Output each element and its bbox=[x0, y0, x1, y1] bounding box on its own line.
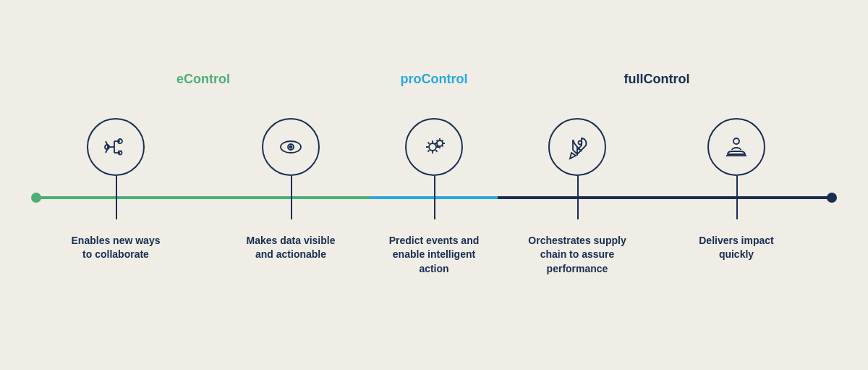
timeline-start-dot bbox=[31, 193, 41, 203]
tick-supply-chain bbox=[577, 176, 579, 198]
diagram-container: eControl proControl fullControl bbox=[36, 72, 832, 299]
icon-impact bbox=[707, 118, 765, 176]
svg-point-10 bbox=[290, 146, 292, 148]
tick-predict bbox=[434, 176, 435, 198]
tick-supply-chain-down bbox=[577, 198, 579, 219]
tick-collaborate bbox=[116, 176, 117, 198]
tick-impact-down bbox=[736, 198, 738, 219]
svg-point-14 bbox=[733, 138, 739, 144]
icon-predict bbox=[405, 118, 463, 176]
section-label-econtrol: eControl bbox=[176, 72, 230, 87]
tick-predict-down bbox=[434, 198, 435, 219]
icon-supply-chain bbox=[548, 118, 606, 176]
text-predict: Predict events and enable intelligent ac… bbox=[383, 234, 485, 277]
timeline bbox=[36, 176, 832, 219]
section-label-fullcontrol: fullControl bbox=[624, 72, 690, 87]
text-collaborate: Enables new ways to collaborate bbox=[65, 234, 166, 262]
icon-collaborate bbox=[87, 118, 145, 176]
text-supply-chain: Orchestrates supply chain to assure perf… bbox=[527, 234, 628, 277]
text-impact: Delivers impact quickly bbox=[686, 234, 787, 262]
timeline-end-dot bbox=[827, 193, 837, 203]
track-dark bbox=[498, 196, 832, 199]
tick-data-visible bbox=[291, 176, 292, 198]
tick-impact bbox=[736, 176, 738, 198]
section-label-procontrol: proControl bbox=[401, 72, 468, 87]
tick-collaborate-down bbox=[116, 198, 117, 219]
track-green bbox=[36, 196, 370, 199]
text-data-visible: Makes data visible and actionable bbox=[240, 234, 341, 262]
svg-point-13 bbox=[579, 140, 582, 144]
icon-data-visible bbox=[262, 118, 320, 176]
tick-data-visible-down bbox=[291, 198, 292, 219]
svg-point-11 bbox=[429, 143, 436, 151]
